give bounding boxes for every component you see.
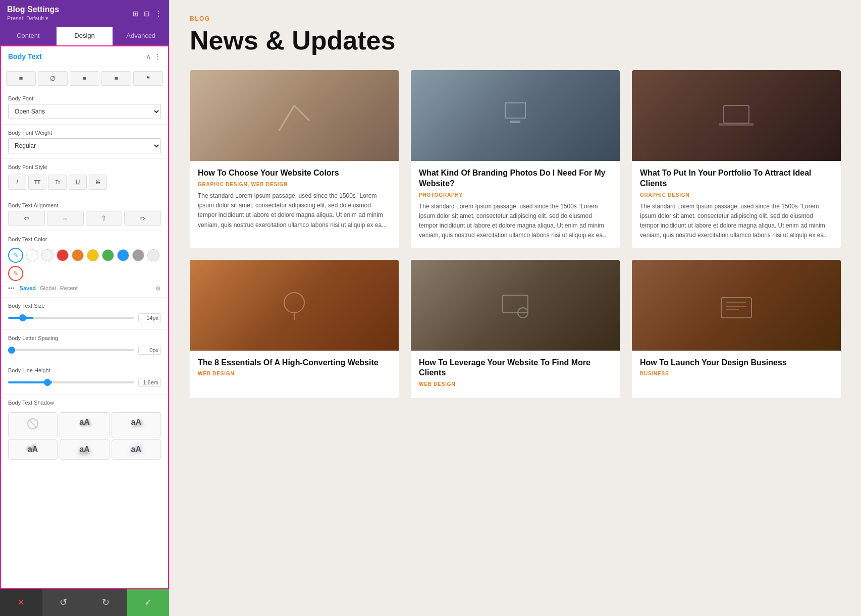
- collapse-icon[interactable]: ⊟: [144, 10, 150, 18]
- align-center-btn[interactable]: ⎓: [47, 211, 84, 226]
- panel-header-icons: ⊞ ⊟ ⋮: [133, 10, 162, 18]
- undo-button[interactable]: ↺: [42, 589, 85, 616]
- body-font-row: Body Font Open Sans: [1, 90, 168, 125]
- more-icon[interactable]: ⋮: [155, 10, 162, 18]
- card-title: How To Launch Your Design Business: [640, 358, 833, 368]
- blog-card: The 8 Essentials Of A High-Converting We…: [190, 260, 399, 399]
- saved-label[interactable]: Saved: [20, 285, 36, 292]
- recent-label[interactable]: Recent: [60, 285, 78, 292]
- card-title: How To Choose Your Website Colors: [198, 168, 391, 179]
- italic-btn[interactable]: I: [8, 175, 26, 190]
- card-body: What Kind Of Branding Photos Do I Need F…: [411, 161, 620, 247]
- color-swatch-blue[interactable]: [117, 249, 129, 261]
- style-btn-ordered[interactable]: ≡: [101, 71, 131, 86]
- style-btn-none[interactable]: ∅: [38, 71, 68, 86]
- panel-tabs: Content Design Advanced: [0, 27, 169, 45]
- body-line-height-row: Body Line Height 1.6em: [1, 362, 168, 395]
- tab-advanced[interactable]: Advanced: [113, 27, 169, 45]
- panel-body: Body Text ∧ ⋮ ≡ ∅ ≡ ≡ ❝ Body Font Open S…: [0, 45, 169, 589]
- card-body: How To Choose Your Website Colors GRAPHI…: [190, 161, 399, 237]
- font-style-buttons: I TT Tt U S: [8, 173, 161, 192]
- color-swatch-white[interactable]: [26, 249, 38, 261]
- shadow-style-5[interactable]: aA: [112, 439, 161, 460]
- body-font-weight-row: Body Font Weight Regular: [1, 125, 168, 159]
- collapse-section-icon[interactable]: ∧: [146, 52, 151, 61]
- card-tags: WEB DESIGN: [419, 381, 612, 387]
- svg-point-9: [284, 293, 304, 313]
- capitalize-btn[interactable]: Tt: [48, 175, 67, 190]
- color-meta-row: ••• Saved Global Recent ⚙: [8, 284, 161, 292]
- color-swatch-orange[interactable]: [72, 249, 84, 261]
- body-font-weight-label: Body Font Weight: [8, 130, 161, 136]
- body-font-weight-select[interactable]: Regular: [8, 138, 161, 153]
- color-picker-btn[interactable]: ✎: [8, 248, 23, 263]
- strikethrough-btn[interactable]: S: [89, 175, 107, 190]
- svg-line-3: [279, 105, 294, 131]
- cancel-button[interactable]: ✕: [0, 589, 42, 616]
- expand-icon[interactable]: ⊞: [133, 10, 139, 18]
- blog-card: How To Launch Your Design Business BUSIN…: [632, 260, 841, 399]
- body-font-style-label: Body Font Style: [8, 164, 161, 170]
- style-btn-paragraph[interactable]: ≡: [6, 71, 36, 86]
- color-swatch-green[interactable]: [102, 249, 114, 261]
- style-btn-list[interactable]: ≡: [70, 71, 99, 86]
- shadow-style-2[interactable]: aA: [112, 412, 161, 437]
- card-image: [411, 70, 620, 161]
- color-swatch-red[interactable]: [57, 249, 69, 261]
- body-text-color-row: Body Text Color ✎ ✎ ••• Sa: [1, 231, 168, 298]
- shadow-none[interactable]: [8, 412, 58, 437]
- shadow-grid: aA aA aA aA aA: [8, 408, 161, 464]
- tab-design[interactable]: Design: [57, 27, 113, 45]
- three-dots-icon[interactable]: •••: [8, 285, 15, 292]
- pencil-icon: ✎: [13, 270, 18, 277]
- body-text-alignment-label: Body Text Alignment: [8, 202, 161, 208]
- align-justify-btn[interactable]: ⇨: [124, 211, 161, 226]
- color-swatch-gray[interactable]: [132, 249, 144, 261]
- card-body: The 8 Essentials Of A High-Converting We…: [190, 351, 399, 388]
- color-swatch-light[interactable]: [147, 249, 159, 261]
- right-content: BLOG News & Updates How To Choose Your W…: [170, 0, 861, 616]
- align-right-btn[interactable]: ⇧: [86, 211, 123, 226]
- settings-icon[interactable]: ⚙: [155, 285, 161, 292]
- panel-preset[interactable]: Preset: Default ▾: [7, 15, 59, 22]
- card-tags: PHOTOGRAPHY: [419, 192, 612, 198]
- card-image: [190, 260, 399, 351]
- body-text-color-label: Body Text Color: [8, 236, 161, 242]
- card-excerpt: The standard Lorem Ipsum passage, used s…: [198, 191, 391, 230]
- body-font-select[interactable]: Open Sans: [8, 104, 161, 119]
- body-line-height-slider[interactable]: [8, 381, 134, 383]
- section-more-icon[interactable]: ⋮: [154, 52, 161, 61]
- body-font-style-row: Body Font Style I TT Tt U S: [1, 159, 168, 197]
- underline-btn[interactable]: U: [69, 175, 87, 190]
- color-edit-btn[interactable]: ✎: [8, 266, 23, 281]
- save-button[interactable]: ✓: [127, 589, 169, 616]
- tab-content[interactable]: Content: [0, 27, 57, 45]
- body-letter-spacing-slider-row: 0px: [8, 344, 161, 357]
- panel-bottom-bar: ✕ ↺ ↻ ✓: [0, 589, 169, 616]
- card-image: [632, 70, 841, 161]
- redo-button[interactable]: ↻: [85, 589, 127, 616]
- global-label[interactable]: Global: [40, 285, 56, 292]
- blog-card: How To Choose Your Website Colors GRAPHI…: [190, 70, 399, 247]
- body-text-size-slider[interactable]: [8, 317, 134, 319]
- blog-card: What Kind Of Branding Photos Do I Need F…: [411, 70, 620, 247]
- align-left-btn[interactable]: ⇦: [8, 211, 45, 226]
- card-body: What To Put In Your Portfolio To Attract…: [632, 161, 841, 247]
- shadow-style-1[interactable]: aA: [60, 412, 109, 437]
- section-title: Body Text: [8, 52, 42, 61]
- style-btn-quote[interactable]: ❝: [133, 71, 163, 86]
- blog-grid: How To Choose Your Website Colors GRAPHI…: [190, 70, 841, 398]
- svg-line-4: [294, 105, 309, 121]
- color-swatch-yellow[interactable]: [87, 249, 99, 261]
- color-swatch-white2[interactable]: [41, 249, 53, 261]
- body-text-size-slider-row: 14px: [8, 311, 161, 324]
- card-excerpt: The standard Lorem Ipsum passage, used s…: [640, 202, 833, 241]
- section-header-icons: ∧ ⋮: [146, 52, 161, 61]
- shadow-style-3[interactable]: aA: [8, 439, 58, 460]
- body-text-size-value: 14px: [138, 313, 161, 322]
- svg-rect-8: [719, 123, 754, 126]
- uppercase-btn[interactable]: TT: [28, 175, 46, 190]
- body-line-height-slider-row: 1.6em: [8, 376, 161, 389]
- body-letter-spacing-slider[interactable]: [8, 349, 134, 351]
- shadow-style-4[interactable]: aA: [60, 439, 109, 460]
